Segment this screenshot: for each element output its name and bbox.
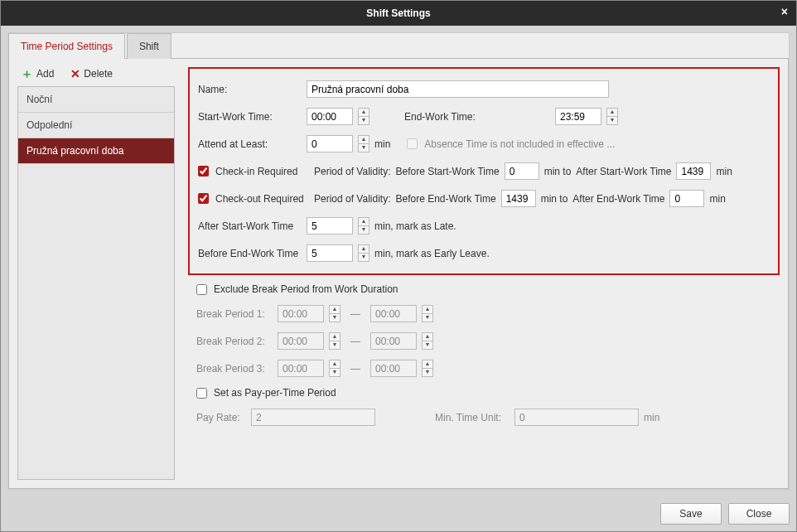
save-button[interactable]: Save xyxy=(660,503,722,525)
before-end-label: Before End-Work Time xyxy=(396,193,496,205)
add-label: Add xyxy=(36,68,54,80)
checkout-required-checkbox[interactable] xyxy=(198,193,209,204)
checkin-after-input[interactable] xyxy=(676,162,711,180)
list-item[interactable]: Odpolední xyxy=(18,113,174,138)
early-suffix: min, mark as Early Leave. xyxy=(374,248,490,259)
highlighted-region: Name: Start-Work Time: ▲▼ End-Work Time: xyxy=(188,67,780,275)
after-start-label: After Start-Work Time xyxy=(576,166,671,177)
break-period-label: Break Period 3: xyxy=(196,363,273,375)
tab-strip: Time Period Settings Shift xyxy=(8,33,789,59)
break-to-spinner: ▲▼ xyxy=(422,332,433,350)
delete-label: Delete xyxy=(84,68,113,80)
attend-unit: min xyxy=(374,138,390,150)
break-to-spinner: ▲▼ xyxy=(422,305,433,322)
min-to-2: min to xyxy=(541,193,568,205)
break-to-input xyxy=(370,305,417,322)
end-work-label: End-Work Time: xyxy=(404,111,495,123)
min-2: min xyxy=(709,193,725,205)
close-button[interactable]: Close xyxy=(728,503,790,525)
add-button[interactable]: ＋ Add xyxy=(21,67,54,80)
cross-icon: ✕ xyxy=(70,68,80,80)
early-input[interactable] xyxy=(307,244,353,262)
window-title: Shift Settings xyxy=(366,7,430,19)
break-from-input xyxy=(278,332,324,350)
name-label: Name: xyxy=(198,84,302,95)
start-work-label: Start-Work Time: xyxy=(198,111,302,123)
plus-icon: ＋ xyxy=(21,67,33,80)
late-suffix: min, mark as Late. xyxy=(374,220,456,232)
break-to-input xyxy=(370,332,417,350)
titlebar: Shift Settings × xyxy=(1,1,796,26)
pay-per-time-label: Set as Pay-per-Time Period xyxy=(214,387,336,399)
end-work-spinner[interactable]: ▲▼ xyxy=(606,108,618,125)
before-start-label: Before Start-Work Time xyxy=(396,166,500,177)
name-input[interactable] xyxy=(307,80,609,98)
pov-label-2: Period of Validity: xyxy=(314,193,391,205)
pay-per-time-checkbox[interactable] xyxy=(196,388,207,399)
early-prefix: Before End-Work Time xyxy=(198,248,302,259)
close-icon[interactable]: × xyxy=(781,5,788,18)
exclude-break-checkbox[interactable] xyxy=(196,284,207,295)
delete-button[interactable]: ✕ Delete xyxy=(70,67,113,80)
late-spinner[interactable]: ▲▼ xyxy=(358,217,370,235)
early-spinner[interactable]: ▲▼ xyxy=(358,244,370,262)
min-time-unit-input xyxy=(514,409,639,426)
break-period-label: Break Period 1: xyxy=(196,308,273,320)
pay-rate-label: Pay Rate: xyxy=(196,412,246,423)
absence-label: Absence Time is not included in effectiv… xyxy=(424,138,615,150)
checkout-after-input[interactable] xyxy=(669,190,704,207)
tab-time-period-settings[interactable]: Time Period Settings xyxy=(8,33,125,59)
break-from-input xyxy=(278,360,324,377)
absence-checkbox xyxy=(407,138,418,149)
checkin-before-input[interactable] xyxy=(505,162,539,180)
dash-icon: — xyxy=(345,336,365,347)
min-time-unit-label: Min. Time Unit: xyxy=(435,412,510,423)
dash-icon: — xyxy=(345,363,365,375)
break-from-spinner: ▲▼ xyxy=(329,360,341,377)
attend-label: Attend at Least: xyxy=(198,138,302,150)
start-work-input[interactable] xyxy=(307,108,353,125)
dash-icon: — xyxy=(345,308,365,320)
min-to-1: min to xyxy=(544,166,572,177)
tab-shift[interactable]: Shift xyxy=(127,33,171,59)
list-item[interactable]: Pružná pracovní doba xyxy=(18,138,174,164)
footer: Save Close xyxy=(1,496,796,531)
list-item[interactable]: Noční xyxy=(18,87,174,113)
late-input[interactable] xyxy=(307,217,353,235)
break-period-label: Break Period 2: xyxy=(196,336,273,347)
break-from-spinner: ▲▼ xyxy=(329,332,341,350)
min-1: min xyxy=(716,166,732,177)
checkin-required-checkbox[interactable] xyxy=(198,166,209,177)
after-end-label: After End-Work Time xyxy=(572,193,664,205)
break-from-spinner: ▲▼ xyxy=(329,305,341,322)
end-work-input[interactable] xyxy=(555,108,601,125)
start-work-spinner[interactable]: ▲▼ xyxy=(358,108,370,125)
attend-input[interactable] xyxy=(307,135,353,152)
attend-spinner[interactable]: ▲▼ xyxy=(358,135,370,152)
pov-label-1: Period of Validity: xyxy=(314,166,391,177)
checkout-before-input[interactable] xyxy=(501,190,536,207)
exclude-break-label: Exclude Break Period from Work Duration xyxy=(214,283,398,295)
checkout-required-label: Check-out Required xyxy=(215,193,309,205)
break-to-spinner: ▲▼ xyxy=(422,360,433,377)
late-prefix: After Start-Work Time xyxy=(198,220,302,232)
min-time-unit-suffix: min xyxy=(644,412,659,423)
period-list: NočníOdpoledníPružná pracovní doba xyxy=(17,86,175,480)
checkin-required-label: Check-in Required xyxy=(215,166,309,177)
break-to-input xyxy=(370,360,417,377)
pay-rate-input xyxy=(251,409,375,426)
break-from-input xyxy=(278,305,324,322)
